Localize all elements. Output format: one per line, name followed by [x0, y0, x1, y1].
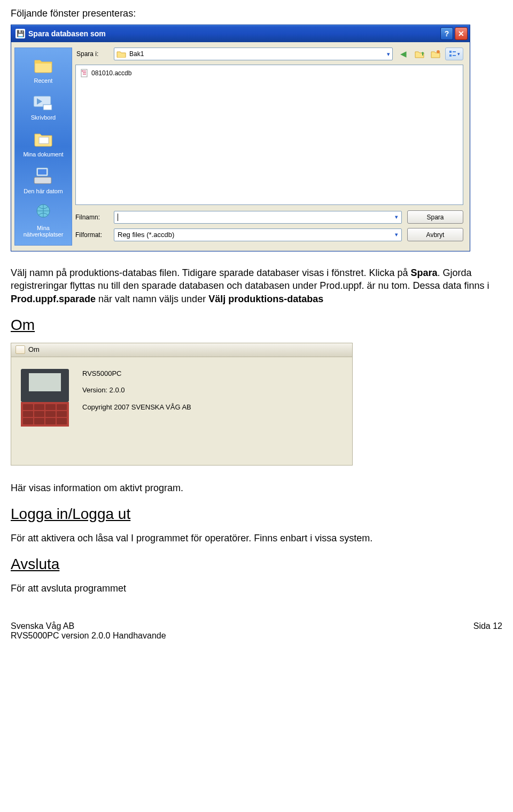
svg-point-13 [82, 70, 83, 72]
about-window: Om RVS5000PC Version: 2.0.0 Copyright 20… [11, 343, 353, 466]
chevron-down-icon: ▾ [395, 231, 398, 238]
desktop-icon [33, 91, 54, 113]
save-button[interactable]: Spara [407, 210, 463, 224]
footer-doc-info: RVS5000PC version 2.0.0 Handhavande [11, 631, 166, 641]
network-icon [33, 202, 54, 223]
about-titlebar[interactable]: Om [11, 343, 352, 357]
cancel-button[interactable]: Avbryt [407, 228, 463, 241]
file-list-pane[interactable]: 081010.accdb [75, 65, 463, 205]
svg-rect-1 [43, 105, 52, 110]
file-item[interactable]: 081010.accdb [80, 68, 458, 78]
heading-avsluta: Avsluta [11, 554, 502, 574]
svg-rect-4 [38, 169, 46, 175]
filename-input[interactable]: ▾ [114, 211, 402, 224]
folder-icon [33, 54, 54, 76]
folder-icon [116, 50, 126, 58]
dialog-titlebar[interactable]: 💾 Spara databasen som ? ✕ [11, 25, 470, 42]
dialog-title: Spara databasen som [28, 29, 440, 38]
footer-page-number: Sida 12 [473, 621, 502, 641]
svg-rect-10 [453, 51, 456, 52]
help-button[interactable]: ? [440, 27, 453, 40]
paragraph-1: Välj namn på produktions-databas filen. … [11, 266, 502, 305]
about-copyright: Copyright 2007 SVENSKA VÅG AB [82, 403, 191, 412]
paragraph-4: För att avsluta programmet [11, 582, 502, 595]
svg-point-7 [437, 50, 440, 53]
paragraph-3: För att aktivera och låsa val I programm… [11, 532, 502, 545]
save-in-dropdown[interactable]: Bak1 ▾ [114, 48, 393, 60]
page-footer: Svenska Våg AB RVS5000PC version 2.0.0 H… [11, 621, 502, 641]
accdb-file-icon [80, 69, 89, 77]
filename-label: Filnamn: [75, 214, 108, 221]
svg-rect-5 [34, 177, 51, 184]
footer-company: Svenska Våg AB [11, 621, 166, 631]
chevron-down-icon: ▾ [387, 51, 390, 58]
svg-rect-9 [449, 54, 452, 57]
up-button[interactable] [413, 48, 426, 60]
chevron-down-icon: ▾ [395, 214, 398, 220]
about-info: RVS5000PC Version: 2.0.0 Copyright 2007 … [82, 369, 191, 420]
close-button[interactable]: ✕ [455, 27, 468, 40]
heading-om: Om [11, 315, 502, 335]
svg-rect-2 [39, 137, 49, 144]
save-as-dialog: 💾 Spara databasen som ? ✕ Recent Skrivbo… [11, 25, 470, 251]
disk-icon: 💾 [15, 29, 25, 38]
place-computer[interactable]: Den här datorn [18, 163, 69, 198]
about-version: Version: 2.0.0 [82, 385, 191, 395]
computer-icon [33, 165, 54, 186]
places-bar: Recent Skrivbord Mina dokument Den här d… [14, 48, 72, 246]
intro-text: Följande fönster presenteras: [11, 8, 502, 19]
place-desktop[interactable]: Skrivbord [18, 89, 69, 124]
back-button[interactable]: ◀ [397, 48, 410, 60]
about-title: Om [28, 345, 40, 354]
place-documents[interactable]: Mina dokument [18, 126, 69, 161]
place-network[interactable]: Mina nätverksplatser [18, 200, 69, 241]
about-program: RVS5000PC [82, 369, 191, 379]
svg-rect-8 [449, 51, 452, 53]
save-in-label: Spara i: [76, 50, 110, 58]
heading-login: Logga in/Logga ut [11, 504, 502, 524]
text-cursor [118, 214, 118, 221]
documents-icon [33, 128, 54, 149]
chevron-down-icon: ▾ [457, 51, 460, 57]
filetype-dropdown[interactable]: Reg files (*.accdb)▾ [114, 228, 402, 241]
paragraph-2: Här visas information om aktivt program. [11, 482, 502, 494]
form-icon [15, 345, 25, 354]
view-menu-button[interactable]: ▾ [445, 48, 463, 60]
device-illustration [21, 369, 69, 427]
place-recent[interactable]: Recent [18, 52, 69, 87]
filetype-label: Filformat: [75, 231, 108, 239]
new-folder-button[interactable] [429, 48, 442, 60]
svg-rect-11 [453, 55, 456, 56]
